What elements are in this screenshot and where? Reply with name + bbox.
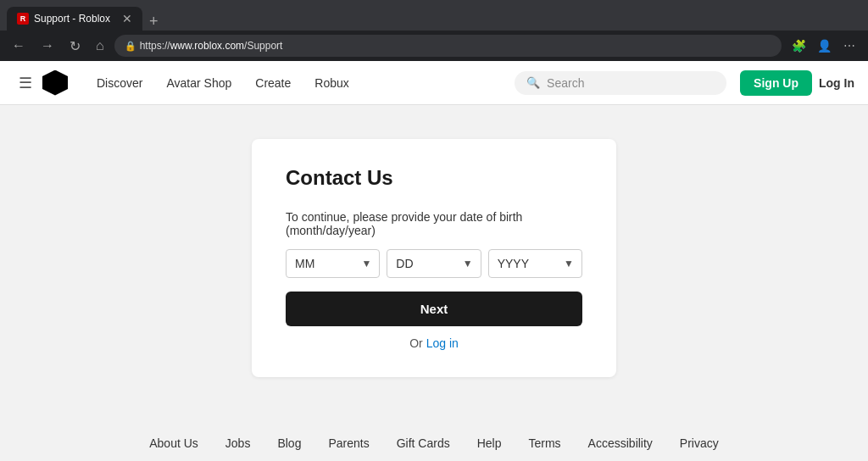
or-login-text: Or Log in [286,336,582,350]
contact-card: Contact Us To continue, please provide y… [252,139,616,377]
forward-button[interactable]: → [36,35,59,57]
site-nav: ☰ Discover Avatar Shop Create Robux 🔍 Si… [0,61,868,105]
signup-button[interactable]: Sign Up [740,70,812,96]
url-path: /Support [244,40,282,52]
tab-close-icon[interactable]: ✕ [122,12,132,25]
search-icon: 🔍 [526,76,540,89]
year-select[interactable]: YYYY 20242023201020001990 [488,249,582,278]
tab-label: Support - Roblox [34,13,117,25]
active-tab[interactable]: R Support - Roblox ✕ [7,7,142,31]
home-button[interactable]: ⌂ [91,35,109,57]
footer: About Us Jobs Blog Parents Gift Cards He… [0,411,868,461]
extensions-icon[interactable]: 🧩 [787,34,810,58]
dob-label: To continue, please provide your date of… [286,210,582,237]
nav-discover[interactable]: Discover [85,76,154,90]
footer-privacy[interactable]: Privacy [680,436,719,450]
footer-about-us[interactable]: About Us [149,436,198,450]
main-content: Contact Us To continue, please provide y… [0,105,868,411]
footer-parents[interactable]: Parents [328,436,369,450]
tab-bar: R Support - Roblox ✕ + [0,0,868,31]
or-text: Or [409,336,426,350]
search-input[interactable] [547,76,715,90]
footer-accessibility[interactable]: Accessibility [588,436,653,450]
reload-button[interactable]: ↻ [64,35,86,58]
page-wrapper: ☰ Discover Avatar Shop Create Robux 🔍 Si… [0,61,868,461]
year-select-wrapper: YYYY 20242023201020001990 ▼ [488,249,582,278]
contact-title: Contact Us [286,166,582,190]
footer-blog[interactable]: Blog [277,436,301,450]
more-options-icon[interactable]: ⋯ [837,34,861,58]
toolbar-icons: 🧩 👤 ⋯ [787,34,861,58]
roblox-logo[interactable] [42,70,68,96]
next-button[interactable]: Next [286,292,582,326]
lock-icon: 🔒 [125,41,136,52]
url-domain: www.roblox.com [170,40,244,52]
hamburger-menu-icon[interactable]: ☰ [14,69,37,97]
footer-jobs[interactable]: Jobs [225,436,251,450]
profile-icon[interactable]: 👤 [812,34,836,58]
search-box[interactable]: 🔍 [515,71,726,95]
url-prefix: https:// [140,40,170,52]
back-button[interactable]: ← [7,35,31,57]
nav-actions: Sign Up Log In [740,70,854,96]
address-bar: ← → ↻ ⌂ 🔒 https://www.roblox.com/Support… [0,31,868,61]
nav-links: Discover Avatar Shop Create Robux [85,76,515,90]
new-tab-button[interactable]: + [146,13,162,31]
footer-gift-cards[interactable]: Gift Cards [397,436,450,450]
month-select[interactable]: MM 010203 040506 070809 101112 [286,249,380,278]
url-bar[interactable]: 🔒 https://www.roblox.com/Support [114,35,782,57]
footer-terms[interactable]: Terms [528,436,560,450]
dob-selects: MM 010203 040506 070809 101112 ▼ DD 0102… [286,249,582,278]
login-link[interactable]: Log in [426,336,459,350]
footer-help[interactable]: Help [477,436,502,450]
nav-create[interactable]: Create [243,76,303,90]
tab-favicon: R [17,13,29,25]
login-button[interactable]: Log In [819,76,854,90]
month-select-wrapper: MM 010203 040506 070809 101112 ▼ [286,249,380,278]
day-select[interactable]: DD 0102030405 0607080910 [387,249,481,278]
browser-chrome: R Support - Roblox ✕ + ← → ↻ ⌂ 🔒 https:/… [0,0,868,61]
footer-links: About Us Jobs Blog Parents Gift Cards He… [149,436,719,450]
nav-robux[interactable]: Robux [303,76,360,90]
day-select-wrapper: DD 0102030405 0607080910 ▼ [387,249,481,278]
nav-avatar-shop[interactable]: Avatar Shop [154,76,243,90]
